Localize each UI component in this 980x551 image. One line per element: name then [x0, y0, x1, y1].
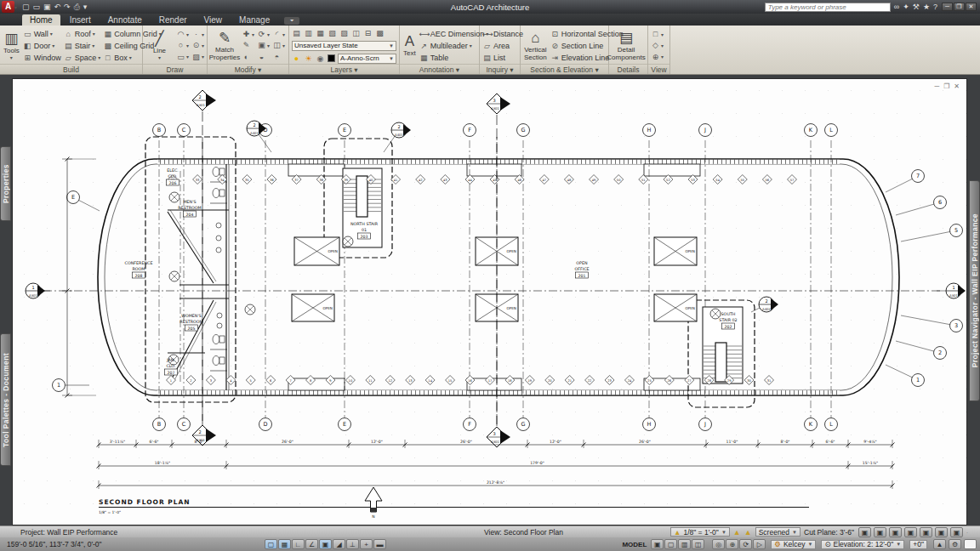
layer-tray-icon[interactable]: ▣: [858, 527, 871, 537]
plot-tray-icon[interactable]: ▣: [935, 527, 948, 537]
layout-button[interactable]: ▢: [664, 539, 677, 549]
ellipse-button[interactable]: ⊙▾: [191, 40, 204, 50]
clean-screen-button[interactable]: [964, 539, 977, 549]
ducs-toggle[interactable]: ⊥: [346, 539, 359, 549]
layer-isolate-icon[interactable]: ▧: [328, 29, 337, 37]
layer-match-icon[interactable]: ▥: [304, 29, 313, 37]
cad-standards-tray-icon[interactable]: ▣: [889, 527, 902, 537]
layer-combo[interactable]: A-Anno-Scrn▼: [338, 54, 396, 64]
auto-annotation-icon[interactable]: ▲: [744, 528, 752, 537]
layer-freeze-icon[interactable]: ◫: [351, 29, 361, 37]
rectangle-button[interactable]: ▭▾: [176, 52, 189, 62]
distance-button[interactable]: ⟷Distance: [482, 28, 523, 39]
tab-insert[interactable]: Insert: [62, 14, 99, 26]
qat-dropdown-icon[interactable]: ▾: [83, 3, 88, 11]
roof-button[interactable]: ⌂Roof▾: [64, 28, 101, 39]
zoom-button[interactable]: ⊕▾: [651, 52, 664, 62]
otrack-toggle[interactable]: ◢: [333, 539, 345, 549]
multileader-button[interactable]: ↗Multileader▾: [419, 40, 489, 51]
osnap-toggle[interactable]: ▣: [319, 539, 332, 549]
panel-label[interactable]: Details: [609, 64, 647, 74]
showmotion-button[interactable]: ▷: [753, 539, 766, 549]
settings-tray-icon[interactable]: ⚙: [949, 539, 961, 549]
model-space-button[interactable]: ▣: [651, 539, 664, 549]
table-button[interactable]: ▦Table: [419, 52, 489, 63]
annotation-scale-control[interactable]: ▲ 1/8" = 1'-0"▼: [670, 527, 730, 537]
space-button[interactable]: ▱Space▾: [64, 52, 101, 63]
lightbulb-icon[interactable]: ●: [292, 54, 301, 63]
trusted-dwg-icon[interactable]: ▣: [904, 527, 917, 537]
layer-prev-icon[interactable]: ▦: [316, 29, 325, 37]
aec-dimension-button[interactable]: ⟷AEC Dimension▾: [419, 28, 489, 39]
annotation-scale-tray-icon[interactable]: ▲: [933, 539, 946, 549]
layer-state-combo[interactable]: Unsaved Layer State▼: [292, 41, 396, 51]
tab-manage[interactable]: Manage: [231, 14, 277, 26]
snap-toggle[interactable]: ▢: [265, 539, 277, 549]
new-icon[interactable]: ▢: [22, 3, 30, 11]
panel-label[interactable]: View: [648, 64, 669, 74]
panel-label[interactable]: Annotation ▾: [400, 64, 479, 74]
mirror-button[interactable]: ◫▾: [272, 40, 285, 50]
panel-label[interactable]: Modify ▾: [208, 64, 288, 74]
list-button[interactable]: ▤List: [482, 52, 523, 63]
door-button[interactable]: ◧Door▾: [23, 40, 61, 51]
panel-label[interactable]: Section & Elevation ▾: [521, 64, 608, 74]
panel-label[interactable]: Draw: [143, 64, 207, 74]
layer-lock-icon[interactable]: ▩: [375, 29, 385, 37]
wheel-tray-icon[interactable]: ▣: [920, 527, 932, 537]
search-input[interactable]: [765, 3, 891, 12]
autodesk-tray-icon[interactable]: ▣: [950, 527, 963, 537]
pan-zoom-button[interactable]: ⊕: [726, 539, 738, 549]
search-icon[interactable]: ∞: [894, 3, 899, 11]
big-button-tools[interactable]: ▥Tools▾: [3, 27, 20, 64]
tab-annotate[interactable]: Annotate: [100, 14, 150, 26]
quick-view-layouts-button[interactable]: ▥: [678, 539, 691, 549]
polar-toggle[interactable]: ∠: [305, 539, 318, 549]
fillet-button[interactable]: ◜▾: [272, 29, 285, 39]
plot-icon[interactable]: ⎙: [74, 3, 80, 12]
project-navigator-tab[interactable]: Project Navigator - Wall EIP Performance: [969, 180, 980, 401]
arc-button[interactable]: ◠▾: [176, 29, 189, 39]
move-button[interactable]: ✚▾: [242, 29, 254, 39]
lwt-toggle[interactable]: ▬: [373, 539, 386, 549]
panel-label[interactable]: Build: [0, 64, 142, 74]
tab-render[interactable]: Render: [151, 14, 195, 26]
replace-z-control[interactable]: +0": [909, 540, 927, 549]
erase-button[interactable]: ✎: [242, 40, 254, 50]
sun-icon[interactable]: ☀: [304, 54, 313, 63]
wall-button[interactable]: ▭Wall▾: [23, 28, 61, 39]
lock-icon[interactable]: ◉: [316, 54, 325, 63]
tool-palettes-tab[interactable]: Tool Palettes - Document: [0, 333, 11, 466]
view-cube-button[interactable]: □▾: [651, 29, 664, 39]
big-button-match[interactable]: ✎MatchProperties: [210, 27, 239, 64]
window-button[interactable]: ⊞Window: [23, 52, 61, 63]
point-button[interactable]: ·▾: [191, 29, 204, 39]
layer-properties-icon[interactable]: ▤: [292, 29, 301, 37]
layer-unisolate-icon[interactable]: ▨: [339, 29, 349, 37]
tab-view[interactable]: View: [197, 14, 231, 26]
app-menu-caret-icon[interactable]: ▾: [14, 4, 17, 10]
grid-toggle[interactable]: ▦: [278, 539, 291, 549]
minimize-button[interactable]: ─: [942, 3, 953, 11]
ortho-toggle[interactable]: ∟: [292, 539, 305, 549]
quick-view-drawings-button[interactable]: ◫: [692, 539, 704, 549]
favorites-star-icon[interactable]: ★: [923, 3, 930, 11]
area-button[interactable]: ▱Area: [482, 40, 523, 51]
intersect-button[interactable]: ◓: [272, 52, 285, 62]
application-menu-icon[interactable]: A: [2, 1, 14, 13]
restore-button[interactable]: ❐: [954, 3, 965, 11]
subtract-button[interactable]: ◒: [257, 52, 270, 62]
big-button-line[interactable]: ╱Line▾: [145, 27, 174, 64]
redo-icon[interactable]: ↷: [64, 3, 71, 11]
layer-off-icon[interactable]: ⊟: [363, 29, 373, 37]
ribbon-options-icon[interactable]: ⏷: [284, 17, 299, 25]
wrench-icon[interactable]: ⚒: [913, 3, 920, 11]
open-icon[interactable]: ▭: [33, 3, 41, 11]
workspace-switcher[interactable]: ⚙ Kelcey▼: [771, 540, 816, 549]
dyn-toggle[interactable]: +: [360, 539, 373, 549]
camera-button[interactable]: ◇▾: [651, 40, 664, 50]
hatch-button[interactable]: ▨▾: [191, 52, 204, 62]
drawing-canvas[interactable]: ─ ❐ ✕ BBCCDDEEFFGGHHJJKKLL765321E1OPENOP…: [12, 78, 967, 525]
circle-button[interactable]: ○▾: [176, 40, 189, 50]
status-overflow-icon[interactable]: ·: [966, 530, 968, 535]
